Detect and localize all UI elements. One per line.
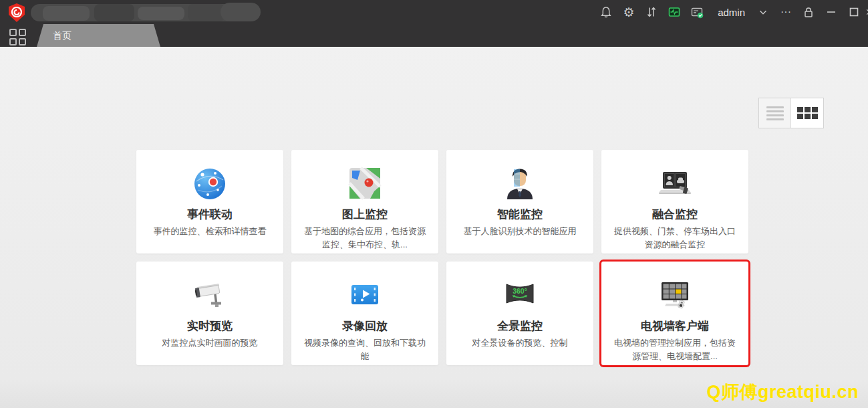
tv-wall-icon <box>656 276 694 314</box>
app-description: 对全景设备的预览、控制 <box>463 336 577 350</box>
app-title: 图上监控 <box>342 207 388 222</box>
chevron-down-icon[interactable] <box>752 0 774 24</box>
lock-icon[interactable] <box>797 0 820 24</box>
app-description: 基于地图的综合应用，包括资源监控、集中布控、轨... <box>291 225 438 251</box>
sort-arrows-icon[interactable] <box>640 0 663 24</box>
event-linkage-globe-icon <box>191 165 229 202</box>
app-description: 事件的监控、检索和详情查看 <box>144 225 276 238</box>
more-ellipsis-icon[interactable]: ··· <box>774 0 797 24</box>
window-header: ⚙ admin ··· <box>0 0 868 47</box>
tab-home-label: 首页 <box>53 30 71 41</box>
notification-bell-icon[interactable] <box>595 0 617 24</box>
app-title: 事件联动 <box>187 207 233 222</box>
app-description: 提供视频、门禁、停车场出入口资源的融合监控 <box>601 225 748 251</box>
grid-view-button[interactable] <box>791 98 823 128</box>
app-title: 电视墙客户端 <box>641 318 709 334</box>
view-toggle <box>758 98 824 128</box>
watermark-text: Q师傅greatqiu.cn <box>706 380 859 404</box>
app-title: 录像回放 <box>342 318 388 334</box>
panorama-360-label: 360° <box>513 287 527 295</box>
maximize-button[interactable] <box>843 0 865 24</box>
settings-gear-icon[interactable]: ⚙ <box>617 0 640 24</box>
panorama-360-icon: 360° <box>501 276 539 314</box>
app-card-panoramic-monitoring[interactable]: 360° 全景监控 对全景设备的预览、控制 <box>446 262 593 365</box>
app-title: 实时预览 <box>187 318 233 334</box>
system-monitor-icon[interactable] <box>663 0 686 24</box>
app-title: 融合监控 <box>652 207 698 222</box>
cctv-camera-icon <box>191 276 229 314</box>
app-description: 电视墙的管理控制应用，包括资源管理、电视墙配置... <box>601 336 748 363</box>
titlebar-actions: ⚙ admin ··· <box>595 0 868 24</box>
app-card-playback[interactable]: 录像回放 视频录像的查询、回放和下载功能 <box>291 262 438 365</box>
grid-view-icon <box>797 107 818 119</box>
brand-shield-logo <box>7 3 27 23</box>
list-view-icon <box>766 106 784 120</box>
app-description: 对监控点实时画面的预览 <box>153 336 267 350</box>
app-title: 全景监控 <box>497 318 543 334</box>
video-playback-icon <box>346 276 384 314</box>
username-label: admin <box>714 7 749 18</box>
screen-check-icon[interactable] <box>686 0 708 24</box>
minimize-button[interactable] <box>820 0 843 24</box>
face-recognition-icon <box>501 165 539 202</box>
close-button[interactable] <box>865 0 868 24</box>
redacted-window-title <box>31 4 243 21</box>
apps-grid-menu-icon[interactable] <box>9 29 27 45</box>
app-card-map-monitoring[interactable]: 图上监控 基于地图的综合应用，包括资源监控、集中布控、轨... <box>291 150 438 253</box>
redacted-window-title-end <box>221 3 261 21</box>
list-view-button[interactable] <box>759 98 791 128</box>
home-content: 事件联动 事件的监控、检索和详情查看 图上监控 基于地图的综合应用，包括资源监控… <box>0 47 868 408</box>
app-description: 视频录像的查询、回放和下载功能 <box>291 336 438 363</box>
app-title: 智能监控 <box>497 207 543 222</box>
app-card-grid: 事件联动 事件的监控、检索和详情查看 图上监控 基于地图的综合应用，包括资源监控… <box>136 150 748 365</box>
tab-home[interactable]: 首页 <box>37 24 160 47</box>
app-card-intelligent-monitoring[interactable]: 智能监控 基于人脸识别技术的智能应用 <box>446 150 593 253</box>
map-monitoring-icon <box>346 165 384 202</box>
app-card-event-linkage[interactable]: 事件联动 事件的监控、检索和详情查看 <box>136 150 283 253</box>
app-card-tv-wall-client[interactable]: 电视墙客户端 电视墙的管理控制应用，包括资源管理、电视墙配置... <box>601 262 748 365</box>
converged-monitoring-icon <box>656 165 694 202</box>
app-description: 基于人脸识别技术的智能应用 <box>454 225 586 238</box>
user-menu[interactable]: admin <box>714 7 749 18</box>
app-card-live-preview[interactable]: 实时预览 对监控点实时画面的预览 <box>136 262 283 365</box>
app-card-converged-monitoring[interactable]: 融合监控 提供视频、门禁、停车场出入口资源的融合监控 <box>601 150 748 253</box>
